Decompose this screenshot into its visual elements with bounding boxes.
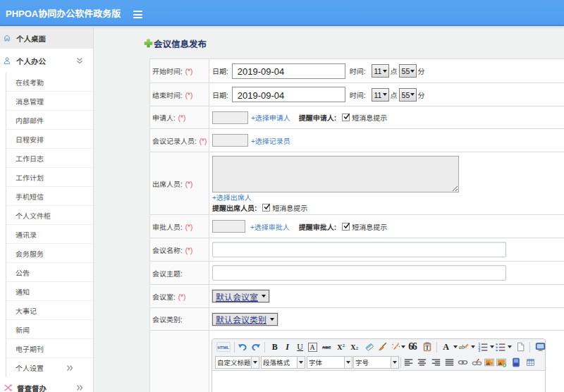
dropdown-arrow-icon[interactable] bbox=[471, 345, 475, 348]
heading-style-select[interactable]: 自定义标题 bbox=[215, 356, 259, 369]
toolbar-separator bbox=[436, 342, 437, 353]
applicant-input[interactable] bbox=[212, 111, 248, 124]
paragraph-format-select[interactable]: 段落格式 bbox=[261, 356, 305, 369]
attendees-textarea[interactable] bbox=[212, 156, 459, 192]
format-brush-icon[interactable] bbox=[377, 341, 388, 353]
align-justify-icon[interactable] bbox=[445, 356, 454, 369]
end-minute-select[interactable]: 55 bbox=[399, 88, 417, 102]
insert-link-icon[interactable] bbox=[458, 356, 468, 369]
sidebar-item-work-log[interactable]: 工作日志 bbox=[6, 149, 93, 168]
select-value: 默认会议类别 bbox=[216, 313, 266, 325]
italic-icon[interactable]: I bbox=[282, 341, 293, 353]
remove-format-icon[interactable]: A bbox=[308, 343, 317, 352]
approver-input[interactable] bbox=[212, 220, 245, 233]
editor-toolbar-row1: HTML B I U A ABC X2 X2 66 T A ab 123 bbox=[212, 339, 545, 355]
select-value: 55 bbox=[402, 66, 410, 76]
recorder-input[interactable] bbox=[212, 134, 248, 147]
label-cell: 结束时间:(*) bbox=[150, 83, 209, 106]
sidebar-item-schedule[interactable]: 日程安排 bbox=[6, 130, 93, 149]
strikethrough-icon[interactable]: ABC bbox=[321, 341, 333, 353]
value-cell bbox=[209, 262, 564, 285]
start-hour-select[interactable]: 11 bbox=[372, 64, 389, 78]
dropdown-arrow-icon bbox=[344, 356, 352, 369]
redo-icon[interactable] bbox=[251, 341, 261, 353]
row-meeting-type: 会议类别: 默认会议类别 bbox=[150, 308, 564, 331]
dropdown-arrow-icon[interactable] bbox=[453, 345, 458, 348]
sidebar-item-desktop[interactable]: 个人桌面 bbox=[0, 27, 93, 49]
sidebar-item-file-cabinet[interactable]: 个人文件柜 bbox=[6, 206, 93, 225]
eraser-icon[interactable] bbox=[364, 341, 375, 353]
highlight-color-icon[interactable]: ab bbox=[459, 341, 469, 353]
sidebar-item-supervision[interactable]: 督查督办 bbox=[0, 379, 93, 392]
choose-applicant-link[interactable]: +选择申请人 bbox=[251, 112, 290, 123]
font-family-select[interactable]: 字体 bbox=[307, 356, 352, 369]
sidebar-item-e-journal[interactable]: 电子期刊 bbox=[6, 339, 93, 358]
sidebar-item-major-events[interactable]: 大事记 bbox=[6, 301, 93, 320]
applicant-sms-checkbox[interactable] bbox=[342, 114, 350, 121]
field-row: +选择审批人 提醒审批人: 短消息提示 bbox=[212, 220, 564, 233]
choose-attendees-link[interactable]: +选择出席人 bbox=[212, 192, 252, 202]
sidebar-item-messages[interactable]: 消息管理 bbox=[6, 92, 93, 111]
select-value: 默认会议室 bbox=[216, 290, 258, 302]
superscript-icon[interactable]: X2 bbox=[336, 341, 347, 353]
end-date-input[interactable] bbox=[232, 87, 345, 102]
meeting-type-select[interactable]: 默认会议类别 bbox=[212, 313, 278, 326]
sidebar-item-meeting-services[interactable]: 会务服务 bbox=[6, 244, 93, 263]
meeting-room-select[interactable]: 默认会议室 bbox=[212, 290, 269, 302]
dropdown-arrow-icon bbox=[251, 356, 259, 369]
blockquote-icon[interactable]: 66 bbox=[407, 341, 418, 353]
remove-link-icon[interactable] bbox=[472, 356, 482, 369]
align-right-icon[interactable] bbox=[431, 356, 441, 369]
subscript-icon[interactable]: X2 bbox=[349, 341, 360, 353]
sidebar-item-contacts[interactable]: 通讯录 bbox=[6, 225, 93, 244]
end-hour-select[interactable]: 11 bbox=[372, 88, 389, 102]
paste-as-text-icon[interactable]: T bbox=[422, 341, 433, 353]
sidebar-item-attendance[interactable]: 在线考勤 bbox=[6, 73, 93, 92]
dropdown-arrow-icon[interactable] bbox=[508, 345, 512, 348]
attendees-sms-checkbox[interactable] bbox=[262, 204, 270, 212]
insert-media-icon[interactable] bbox=[512, 356, 520, 369]
field-text: 点 bbox=[391, 66, 398, 76]
sidebar-item-announcements[interactable]: 公告 bbox=[6, 263, 93, 282]
sidebar-item-internal-mail[interactable]: 内部邮件 bbox=[6, 111, 93, 130]
sidebar-item-label: 个人办公 bbox=[16, 56, 46, 66]
upload-image-icon[interactable] bbox=[496, 356, 507, 369]
meeting-name-input[interactable] bbox=[212, 242, 506, 257]
start-minute-select[interactable]: 55 bbox=[399, 64, 417, 78]
start-date-input[interactable] bbox=[232, 63, 345, 79]
choose-recorder-link[interactable]: +选择记录员 bbox=[251, 135, 290, 146]
insert-image-icon[interactable] bbox=[484, 356, 494, 369]
field-text: 短消息提示 bbox=[352, 112, 387, 123]
menu-icon[interactable] bbox=[133, 11, 142, 19]
dropdown-arrow-icon[interactable] bbox=[490, 345, 494, 348]
sidebar-item-office[interactable]: 个人办公 bbox=[0, 49, 93, 73]
choose-approver-link[interactable]: +选择审批人 bbox=[250, 221, 290, 232]
bold-icon[interactable]: B bbox=[269, 341, 281, 353]
unordered-list-icon[interactable] bbox=[496, 341, 505, 353]
insert-table-icon[interactable] bbox=[527, 356, 534, 369]
toolbar-separator bbox=[234, 342, 235, 353]
font-color-icon[interactable]: A bbox=[441, 341, 451, 353]
field-label: 申请人: bbox=[152, 112, 176, 123]
meeting-subject-input[interactable] bbox=[212, 265, 506, 281]
dropdown-arrow-icon[interactable] bbox=[401, 345, 405, 348]
source-code-button[interactable]: HTML bbox=[216, 341, 231, 353]
new-page-icon[interactable] bbox=[516, 341, 526, 353]
fullscreen-icon[interactable] bbox=[535, 341, 546, 353]
align-left-icon[interactable] bbox=[404, 356, 413, 369]
underline-icon[interactable]: U bbox=[295, 341, 306, 353]
sidebar-item-work-plan[interactable]: 工作计划 bbox=[6, 168, 93, 187]
sidebar-item-personal-settings[interactable]: 个人设置 bbox=[6, 358, 93, 377]
font-size-select[interactable]: 字号 bbox=[353, 356, 399, 369]
sidebar-item-news[interactable]: 新闻 bbox=[6, 320, 93, 339]
top-header-bar: PHPOA协同办公软件政务版 bbox=[0, 0, 564, 26]
approver-sms-checkbox[interactable] bbox=[342, 223, 350, 231]
align-center-icon[interactable] bbox=[417, 356, 427, 369]
undo-icon[interactable] bbox=[238, 341, 247, 353]
sidebar-item-sms[interactable]: 手机短信 bbox=[6, 187, 93, 206]
sidebar-item-label: 新闻 bbox=[16, 324, 30, 335]
sidebar-item-notices[interactable]: 通知 bbox=[6, 282, 93, 301]
ordered-list-icon[interactable]: 123 bbox=[478, 341, 488, 353]
editor-content-area[interactable] bbox=[212, 371, 545, 388]
quick-format-icon[interactable] bbox=[391, 341, 400, 353]
